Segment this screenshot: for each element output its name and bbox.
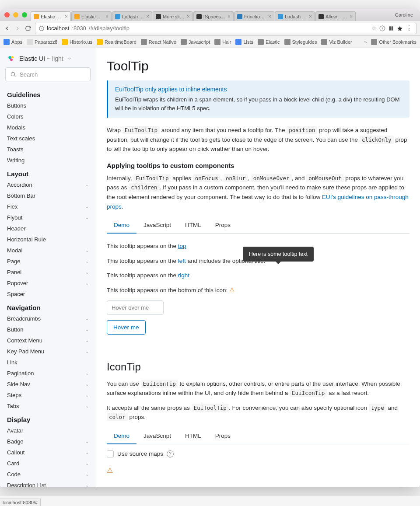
extension-icon-1[interactable] (379, 25, 385, 31)
sidebar-item[interactable]: Key Pad Menu⌄ (0, 346, 96, 357)
hover-button[interactable]: Hover me (107, 320, 146, 335)
source-maps-checkbox[interactable] (107, 450, 114, 457)
close-tab-icon[interactable]: × (309, 14, 312, 20)
sidebar-item[interactable]: Avatar (0, 425, 96, 436)
sidebar-item[interactable]: Panel⌄ (0, 267, 96, 278)
search-input[interactable]: Search (5, 67, 91, 81)
bookmark-item[interactable]: Elastic (258, 39, 280, 45)
close-tab-icon[interactable]: × (187, 14, 190, 20)
browser-tab[interactable]: Lodash Doc× (275, 11, 315, 21)
browser-tab[interactable]: Lodash Doc× (112, 11, 152, 21)
extension-icon-3[interactable] (397, 25, 403, 31)
sidebar-section-header: Layout (0, 166, 96, 179)
sidebar-item[interactable]: Page⌄ (0, 256, 96, 267)
code-tab[interactable]: Props (208, 217, 238, 233)
browser-tab[interactable]: Elastic UI Fr× (31, 11, 71, 21)
sidebar-item[interactable]: Tabs⌄ (0, 401, 96, 412)
bookmark-overflow[interactable]: » (364, 39, 367, 45)
close-tab-icon[interactable]: × (350, 14, 353, 20)
sidebar-item[interactable]: Horizontal Rule (0, 234, 96, 245)
sidebar-item[interactable]: Description List⌄ (0, 480, 96, 487)
code-tab[interactable]: HTML (178, 217, 208, 233)
code-tab[interactable]: Demo (107, 428, 136, 444)
sidebar-item[interactable]: Context Menu⌄ (0, 335, 96, 346)
sidebar-item[interactable]: Popover⌄ (0, 278, 96, 289)
tooltip-left-link[interactable]: left (178, 258, 186, 264)
close-tab-icon[interactable]: × (146, 14, 149, 20)
sidebar-item[interactable]: Side Nav⌄ (0, 379, 96, 390)
browser-tab[interactable]: Elastic UI Fr× (71, 11, 112, 21)
bookmark-item[interactable]: Historio.us (62, 39, 92, 45)
sidebar-item[interactable]: Text scales (0, 133, 96, 144)
code-tab[interactable]: JavaScript (136, 217, 178, 233)
sidebar-item[interactable]: Bottom Bar (0, 190, 96, 201)
sidebar-header[interactable]: Elastic UI ~ light (0, 48, 96, 67)
tooltip-top-link[interactable]: top (178, 243, 186, 249)
sidebar-item[interactable]: Colors (0, 111, 96, 122)
heading-icontip: IconTip (107, 361, 410, 373)
bookmark-item[interactable]: Hair (214, 39, 231, 45)
profile-label[interactable]: Caroline (395, 12, 416, 17)
sidebar-item[interactable]: Breadcrumbs⌄ (0, 313, 96, 324)
close-tab-icon[interactable]: × (228, 14, 231, 20)
close-window-button[interactable] (4, 12, 10, 17)
menu-icon[interactable]: ⋮ (406, 24, 413, 32)
sidebar-item[interactable]: Modals (0, 122, 96, 133)
close-tab-icon[interactable]: × (105, 14, 108, 20)
sidebar-item[interactable]: Steps⌄ (0, 390, 96, 401)
sidebar-item[interactable]: Modal⌄ (0, 245, 96, 256)
bookmark-item[interactable]: Apps (4, 39, 22, 45)
url-bar[interactable]: localhost:8030/#/display/tooltip ☆ ⋮ (35, 23, 416, 34)
browser-tab[interactable]: Allow ._inRa× (315, 11, 356, 21)
sidebar-item[interactable]: Writing (0, 155, 96, 166)
code-tab[interactable]: Props (208, 428, 238, 444)
help-icon[interactable]: ? (167, 450, 174, 457)
bookmark-item[interactable]: Javascript (181, 39, 210, 45)
chevron-down-icon[interactable] (67, 56, 72, 61)
close-tab-icon[interactable]: × (65, 14, 68, 20)
forward-button[interactable] (14, 25, 21, 32)
browser-tab[interactable]: More sliders× (153, 11, 193, 21)
sidebar-item-label: Description List (7, 482, 46, 487)
sidebar-item[interactable]: Card⌄ (0, 458, 96, 469)
sidebar-item[interactable]: Code⌄ (0, 469, 96, 480)
bookmark-item[interactable]: Styleguides (284, 39, 317, 45)
code-tab[interactable]: HTML (178, 428, 208, 444)
minimize-window-button[interactable] (13, 12, 18, 17)
sidebar-item[interactable]: Pagination⌄ (0, 368, 96, 379)
browser-tab[interactable]: Functions |× (234, 11, 274, 21)
back-button[interactable] (4, 25, 10, 32)
sidebar-item[interactable]: Spacer (0, 289, 96, 300)
maximize-window-button[interactable] (22, 12, 27, 17)
sidebar-item[interactable]: Buttons (0, 100, 96, 111)
alert-icon-2[interactable]: ⚠ (107, 467, 113, 474)
sidebar-item[interactable]: Badge⌄ (0, 436, 96, 447)
tooltip-right-link[interactable]: right (178, 272, 189, 279)
star-icon[interactable]: ☆ (371, 25, 377, 31)
sidebar-item[interactable]: Flex⌄ (0, 201, 96, 212)
extension-icon-2[interactable] (388, 25, 394, 31)
code-tab[interactable]: Demo (107, 217, 136, 234)
bookmark-item[interactable]: Lists (235, 39, 253, 45)
close-tab-icon[interactable]: × (268, 14, 271, 20)
bookmark-item[interactable]: RealtimeBoard (97, 39, 136, 45)
sidebar-item-label: Button (7, 326, 24, 333)
sidebar-item-label: Buttons (7, 102, 26, 109)
sidebar-nav[interactable]: GuidelinesButtonsColorsModalsText scales… (0, 87, 96, 487)
sidebar-item[interactable]: Header (0, 223, 96, 234)
other-bookmarks[interactable]: Other Bookmarks (371, 39, 416, 45)
hover-input[interactable] (107, 300, 164, 315)
sidebar-item[interactable]: Flyout⌄ (0, 212, 96, 223)
sidebar-item[interactable]: Button⌄ (0, 324, 96, 335)
bookmark-item[interactable]: Viz Builder (321, 39, 352, 45)
sidebar-item[interactable]: Link (0, 357, 96, 368)
reload-button[interactable] (24, 25, 32, 32)
sidebar-item[interactable]: Toasts (0, 144, 96, 155)
bookmark-item[interactable]: React Native (141, 39, 176, 45)
sidebar-item[interactable]: Accordion⌄ (0, 179, 96, 190)
sidebar-item[interactable]: Callout⌄ (0, 447, 96, 458)
code-tab[interactable]: JavaScript (136, 428, 178, 444)
bookmark-item[interactable]: Paparazzi! (27, 39, 57, 45)
browser-tab[interactable]: [Spaces] - F× (193, 11, 234, 21)
alert-icon[interactable]: ⚠ (229, 287, 235, 293)
